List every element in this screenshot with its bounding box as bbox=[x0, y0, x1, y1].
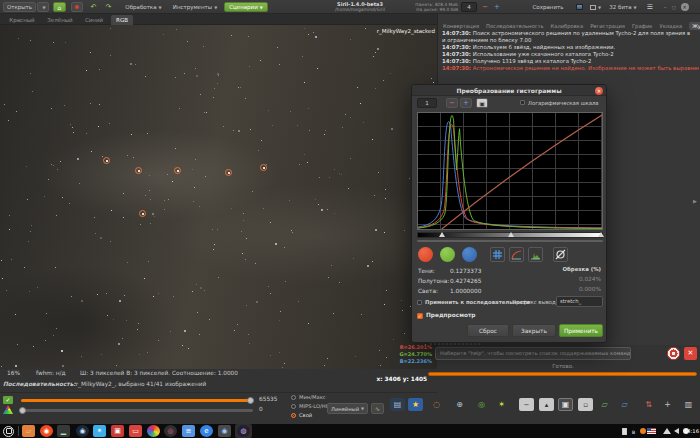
dialog-close-button[interactable]: ✕ bbox=[595, 87, 603, 95]
highlights-handle[interactable] bbox=[598, 232, 604, 237]
red-channel-toggle[interactable] bbox=[418, 247, 433, 262]
hi-slider-handle[interactable] bbox=[247, 397, 254, 404]
bluetooth-icon[interactable]: ʙ bbox=[629, 427, 638, 435]
preview-checkbox[interactable]: ✓ bbox=[417, 313, 423, 319]
reset-button[interactable]: Сброс bbox=[467, 324, 509, 337]
command-input[interactable]: Наберите "help", чтобы посмотреть список… bbox=[435, 347, 631, 360]
tab-1[interactable]: Последовательность bbox=[486, 23, 544, 29]
tab-5[interactable]: Укладка bbox=[660, 23, 683, 29]
midtones-value[interactable]: 0.4274265 bbox=[450, 278, 481, 284]
scripts-menu-button[interactable]: Сценарии▼ bbox=[224, 2, 268, 12]
hamburger-menu-button[interactable]: ☰ bbox=[643, 2, 657, 12]
histogram-display-button[interactable] bbox=[528, 247, 543, 262]
color-gamut-icon[interactable] bbox=[3, 405, 13, 414]
astrometry-icon[interactable]: ✶ bbox=[494, 398, 509, 411]
redo-button[interactable]: ↷ bbox=[102, 2, 115, 12]
rawtherapee-icon[interactable] bbox=[147, 425, 160, 437]
histogram-plot[interactable] bbox=[417, 112, 603, 230]
terminal-icon[interactable]: ▁ bbox=[57, 425, 70, 437]
camera-app-icon[interactable]: ◉ bbox=[218, 425, 231, 437]
plasma-app-icon[interactable]: ✶ bbox=[93, 425, 106, 437]
levels-slider[interactable] bbox=[417, 232, 603, 238]
autostretch-button[interactable] bbox=[553, 247, 568, 262]
rhythmbox-icon[interactable]: ◉ bbox=[40, 425, 53, 437]
record-button[interactable] bbox=[71, 2, 83, 12]
updates-icon[interactable] bbox=[638, 427, 647, 435]
battery-icon[interactable] bbox=[620, 427, 629, 435]
celestial-grid-icon[interactable]: ⊕ bbox=[452, 398, 467, 411]
stop-button[interactable]: ✕ bbox=[684, 347, 697, 360]
mips-radio[interactable] bbox=[291, 404, 296, 409]
tab-channel-1[interactable]: Зелёный bbox=[43, 15, 77, 25]
volume-icon[interactable] bbox=[672, 427, 681, 435]
sample-plus-button[interactable]: + bbox=[460, 98, 472, 108]
rb-swap-icon[interactable]: ⇅ bbox=[641, 398, 656, 411]
image-view[interactable] bbox=[0, 25, 437, 369]
custom-radio[interactable] bbox=[291, 413, 296, 418]
snapshot-icon[interactable] bbox=[573, 2, 585, 12]
curve-display-button[interactable] bbox=[509, 247, 524, 262]
curve-mode-icon[interactable]: ∿ bbox=[371, 403, 384, 414]
grid-toggle-button[interactable] bbox=[490, 247, 505, 262]
image-list-icon[interactable]: ▥ bbox=[681, 398, 696, 411]
sample-minus-button[interactable]: − bbox=[446, 98, 458, 108]
color-wheel-app-icon[interactable]: ◎ bbox=[164, 425, 177, 437]
tab-2[interactable]: Калибровка bbox=[551, 23, 584, 29]
tools-menu-button[interactable]: Инструменты▼ bbox=[170, 2, 220, 12]
minimize-button[interactable]: – bbox=[661, 2, 669, 12]
zoom-out-button[interactable]: − bbox=[519, 398, 534, 411]
minmax-radio[interactable] bbox=[291, 395, 296, 400]
highlights-value[interactable]: 1.0000000 bbox=[450, 288, 481, 294]
threads-spinner[interactable]: 4 bbox=[461, 2, 477, 12]
mirror-x-icon[interactable]: ▱ bbox=[597, 398, 612, 411]
tab-channel-3[interactable]: RGB bbox=[111, 15, 133, 25]
sample-spinner[interactable]: 1 bbox=[417, 98, 437, 108]
star-detection-icon[interactable]: ★ bbox=[408, 398, 423, 411]
annotations-icon[interactable]: ◌ bbox=[429, 398, 444, 411]
background-extraction-icon[interactable]: ▤ bbox=[390, 398, 405, 411]
blue-channel-toggle[interactable] bbox=[462, 247, 477, 262]
midtones-handle[interactable] bbox=[508, 232, 514, 237]
browser-icon[interactable]: e bbox=[200, 425, 213, 437]
hi-value[interactable]: 65535 bbox=[259, 396, 277, 402]
green-channel-toggle[interactable] bbox=[440, 247, 455, 262]
hi-slider[interactable] bbox=[21, 399, 253, 402]
histogram-scrollbar[interactable] bbox=[417, 240, 603, 242]
help-icon[interactable] bbox=[667, 347, 680, 360]
close-button[interactable]: ✕ bbox=[680, 2, 689, 12]
lo-value[interactable]: 0 bbox=[259, 406, 263, 412]
output-prefix-input[interactable]: stretch_ bbox=[556, 296, 603, 307]
fit-view-button[interactable]: ▣ bbox=[558, 398, 573, 411]
threads-minus-button[interactable]: − bbox=[480, 2, 490, 12]
bit-depth-button[interactable]: 32 бита▼ bbox=[608, 2, 638, 12]
shadows-value[interactable]: 0.1273373 bbox=[450, 268, 481, 274]
threads-plus-button[interactable]: + bbox=[492, 2, 502, 12]
display-mode-select[interactable]: Линейный▼ bbox=[327, 403, 368, 414]
photometry-target-icon[interactable]: ◎ bbox=[474, 398, 489, 411]
processing-menu-button[interactable]: Обработка▼ bbox=[121, 2, 166, 12]
files-icon[interactable]: ▱ bbox=[22, 425, 35, 437]
home-button[interactable]: ⌂ bbox=[53, 2, 66, 12]
save-button[interactable]: Сохранить bbox=[527, 2, 569, 12]
mirror-y-icon[interactable]: ▱ bbox=[617, 398, 632, 411]
open-dropdown-button[interactable]: ▼ bbox=[37, 2, 49, 12]
tab-channel-2[interactable]: Синий bbox=[81, 15, 107, 25]
tab-4[interactable]: График bbox=[632, 23, 653, 29]
ra-dec-icon[interactable]: + bbox=[660, 398, 675, 411]
steam-icon[interactable]: ◉ bbox=[76, 425, 89, 437]
tab-0[interactable]: Конвертация bbox=[443, 23, 479, 29]
lo-slider-handle[interactable] bbox=[19, 407, 26, 414]
image-checked-icon[interactable]: ✓ bbox=[3, 396, 13, 404]
mint-menu-button[interactable] bbox=[3, 426, 14, 437]
close-dialog-button[interactable]: Закрыть bbox=[512, 324, 556, 337]
open-button[interactable]: Открыть bbox=[3, 2, 36, 12]
photos-app-icon[interactable]: ▭ bbox=[129, 425, 142, 437]
maximize-button[interactable]: ▢ bbox=[670, 2, 678, 12]
one-to-one-button[interactable]: ▫ bbox=[578, 398, 593, 411]
wifi-icon[interactable] bbox=[662, 427, 671, 435]
red-app-icon[interactable]: ▣ bbox=[111, 425, 124, 437]
display-mode-icon-button[interactable]: ▼ bbox=[588, 2, 603, 12]
log-scale-checkbox[interactable] bbox=[520, 100, 525, 105]
text-editor-icon[interactable]: ≡ bbox=[182, 425, 195, 437]
apply-button[interactable]: Применить bbox=[559, 324, 603, 337]
